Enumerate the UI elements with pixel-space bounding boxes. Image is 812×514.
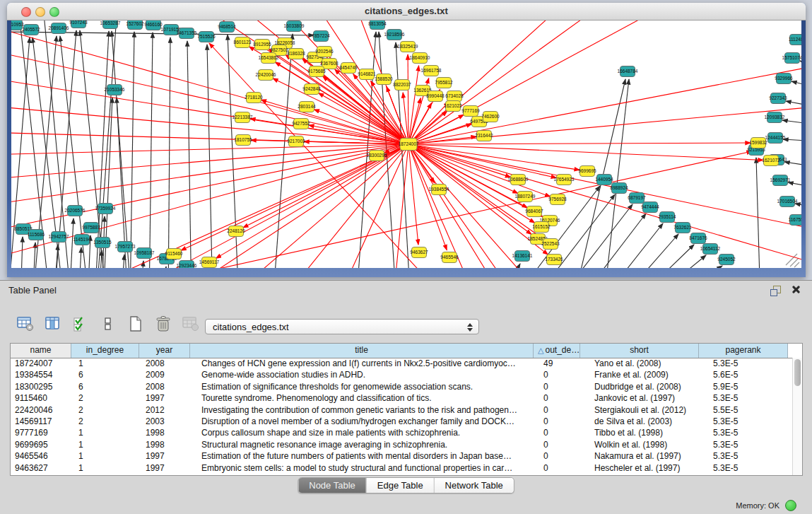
graph-node-label: 7515526: [197, 34, 216, 39]
table-cell: Franke et al. (2009): [580, 369, 699, 380]
table-cell: 14569117: [11, 416, 71, 427]
graph-node-label: 8601123: [234, 40, 252, 45]
scrollbar-thumb[interactable]: [794, 359, 801, 386]
table-cell: 22420046: [11, 404, 71, 416]
desktop-background: citations_edges.txt: [0, 0, 812, 280]
column-header-short[interactable]: short: [580, 344, 699, 358]
table-cell: 0: [534, 416, 580, 427]
edge-red: [408, 54, 408, 144]
float-panel-icon[interactable]: [773, 286, 781, 293]
graph-node-label: 1599832: [749, 140, 767, 145]
graph-node-label: 9245052: [717, 257, 736, 262]
column-header-out-degree[interactable]: △out_de…: [534, 344, 580, 358]
table-cell: 5.3E-5: [699, 358, 788, 369]
tab-edge-table[interactable]: Edge Table: [366, 478, 434, 493]
table-row[interactable]: 946362711997Embryonic stem cells: a mode…: [11, 462, 792, 474]
table-cell: 2: [71, 416, 139, 427]
window-title: citations_edges.txt: [7, 6, 806, 16]
table-row[interactable]: 1830029562008Estimation of significance …: [11, 381, 792, 392]
edge-black: [604, 79, 629, 268]
table-cell: 1: [71, 358, 139, 369]
column-chooser-button[interactable]: [43, 315, 63, 333]
column-header-pagerank[interactable]: pagerank: [699, 344, 788, 358]
window-titlebar[interactable]: citations_edges.txt: [7, 3, 806, 21]
network-svg[interactable]: 1810953240557220891406910724310653287152…: [11, 21, 801, 268]
table-row[interactable]: 911546021997Tourette syndrome. Phenomeno…: [11, 392, 792, 404]
selection-mode-button[interactable]: [71, 315, 90, 333]
graph-node-label: 6879197: [628, 195, 646, 200]
edge-red: [280, 144, 408, 268]
column-header-name[interactable]: name: [11, 344, 71, 358]
graph-node-label: 18300295: [367, 153, 387, 158]
graph-node-label: 1621022: [444, 103, 462, 108]
table-row[interactable]: 969969511998Structural magnetic resonanc…: [11, 439, 792, 450]
graph-node-label: 9756928: [548, 197, 567, 201]
table-cell: Hescheler et al. (1997): [580, 462, 699, 474]
table-cell: 9115460: [11, 392, 71, 404]
graph-node-label: 9474444: [641, 204, 659, 209]
table-cell: 5.3E-5: [699, 427, 788, 438]
tab-node-table[interactable]: Node Table: [298, 478, 366, 493]
edge-red: [408, 98, 420, 144]
graph-node-label: 8471676: [689, 235, 707, 240]
graph-node-label: 9465546: [440, 255, 459, 259]
table-cell: 18724007: [11, 358, 71, 369]
graph-node-label: 16543862: [259, 55, 279, 60]
graph-node-label: 20891406: [49, 25, 69, 30]
edge-black: [69, 218, 73, 268]
close-panel-icon[interactable]: [791, 284, 801, 294]
table-cell: 1998: [139, 427, 190, 438]
dropdown-stepper-icon: [467, 322, 473, 333]
edge-red: [408, 143, 751, 144]
graph-node-label: 10654112: [700, 246, 721, 251]
table-toolbar: f(x): [16, 313, 228, 334]
table-cell: de Silva et al. (2003): [580, 416, 699, 427]
table-row[interactable]: 2242004622012Investigating the contribut…: [11, 404, 792, 416]
graph-node-label: 7955812: [435, 80, 453, 85]
graph-node-label: 15692971: [770, 177, 791, 182]
column-header-year[interactable]: year: [139, 344, 190, 358]
table-selector-dropdown[interactable]: citations_edges.txt: [205, 319, 479, 334]
edge-red: [408, 144, 556, 178]
network-canvas[interactable]: 1810953240557220891406910724310653287152…: [11, 21, 801, 268]
edge-red: [110, 144, 408, 268]
table-cell: Wolkin et al. (1998): [580, 439, 699, 450]
import-table-button[interactable]: [181, 315, 201, 333]
table-cell: 6: [71, 369, 139, 380]
edge-red: [408, 144, 531, 235]
table-row[interactable]: 946554611997Estimation of the future num…: [11, 450, 792, 462]
table-settings-button[interactable]: [16, 315, 35, 333]
table-cell: 5.3E-5: [699, 416, 788, 427]
graph-node-label: 1440954: [595, 177, 613, 182]
new-table-button[interactable]: [126, 315, 146, 333]
graph-node-label: 8990448: [426, 93, 445, 98]
table-cell: 5.6E-5: [699, 369, 788, 380]
table-cell: 0: [534, 462, 580, 474]
table-cell: 0: [534, 404, 580, 416]
table-vertical-scrollbar[interactable]: [792, 358, 802, 475]
edge-red: [408, 66, 419, 144]
column-header-title[interactable]: title: [190, 344, 534, 358]
table-row[interactable]: 1456911722003Disruption of a novel membe…: [11, 416, 792, 427]
graph-node-label: 1145194: [73, 237, 91, 242]
row-height-button[interactable]: [98, 315, 118, 333]
graph-node-label: 21053346: [105, 87, 125, 92]
delete-table-button[interactable]: [153, 315, 173, 333]
graph-node-label: 2405572: [22, 27, 40, 32]
graph-node-label: 15751074: [782, 55, 801, 60]
column-header-in-degree[interactable]: in_degree: [71, 344, 139, 358]
edge-black: [162, 267, 166, 268]
table-row[interactable]: 1872400712008Changes of HCN gene express…: [11, 358, 792, 369]
resize-grip-icon[interactable]: [786, 254, 799, 267]
edge-red: [408, 144, 548, 268]
table-row[interactable]: 977716911998Corpus callosum shape and si…: [11, 427, 792, 438]
edge-black: [756, 158, 760, 268]
tab-network-table[interactable]: Network Table: [434, 478, 514, 493]
edge-black: [795, 204, 801, 210]
graph-node-label: 9227343: [769, 95, 787, 100]
edge-black: [112, 31, 131, 268]
graph-node-label: 12093832: [765, 115, 785, 119]
table-row[interactable]: 1938455462009Genome-wide association stu…: [11, 369, 792, 380]
table-cell: 5.3E-5: [699, 392, 788, 404]
graph-node-label: 17359924: [95, 206, 116, 211]
